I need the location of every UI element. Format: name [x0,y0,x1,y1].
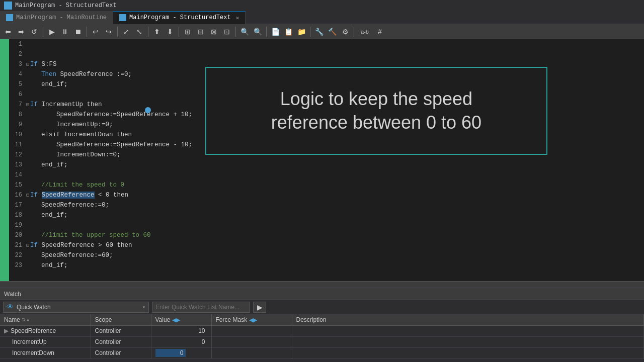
code-line-2: 2 [9,49,644,59]
toolbar-btn-fwd[interactable]: ➡ [15,26,27,38]
collapse-icon-21[interactable]: ⊟ [26,243,29,248]
toolbar-btn-back[interactable]: ⬅ [2,26,14,38]
tab-icon-1 [6,14,13,21]
code-editor[interactable]: 1 2 3 ⊟If S:FS 4 Then SpeedReference :=0… [9,39,644,281]
toolbar-btn-hash[interactable]: # [374,26,386,38]
annotation-box: Logic to keep the speed reference betwee… [205,67,547,155]
code-line-13: 13 end_if; [9,160,644,170]
gutter [0,39,9,281]
watch-panel-header: Watch [0,288,644,300]
toolbar-btn-zoomin[interactable]: 🔍 [238,26,251,38]
watch-panel: Watch 👁 Quick Watch ▾ ▶ Name⇅▲ Scope [0,287,644,362]
sep-8 [310,27,310,37]
watch-row-2-value[interactable] [151,347,211,358]
toolbar-btn-minus[interactable]: ⊟ [195,26,207,38]
toolbar-btn-copy[interactable]: 📄 [269,26,281,38]
title-text: MainProgram - StructuredText [15,2,117,9]
toolbar-btn-expand[interactable]: ⤢ [120,26,132,38]
watch-panel-title: Watch [4,291,21,298]
code-line-16: 16 ⊟If SpeedReference < 0 then [9,190,644,200]
sep-1 [43,27,43,37]
toolbar-btn-dot[interactable]: ⊡ [221,26,233,38]
toolbar-btn-collapse[interactable]: ⤡ [133,26,145,38]
tab-label-2: MainProgram - StructuredText [129,14,231,21]
main-editor-area: 1 2 3 ⊟If S:FS 4 Then SpeedReference :=0… [0,39,644,281]
col-force-mask: Force Mask ◀▶ [211,314,292,325]
code-line-23: 23 end_if; [9,260,644,270]
toolbar-btn-run[interactable]: ▶ [46,26,58,38]
tab-close-btn[interactable]: ✕ [236,15,239,21]
watch-row-0-desc [292,325,644,336]
watch-name-input[interactable] [152,302,250,313]
watch-table: Name⇅▲ Scope Value ◀▶ Force Mask ◀▶ Desc [0,314,644,362]
code-line-22: 22 SpeedReference:=60; [9,250,644,260]
watch-row-0-force [211,325,292,336]
toolbar-btn-grid[interactable]: ⊞ [182,26,194,38]
code-line-20: 20 //limit the upper speed to 60 [9,230,644,240]
toolbar-btn-paste[interactable]: 📋 [282,26,294,38]
col-force-arrow: ◀▶ [249,317,257,323]
toolbar-btn-undo[interactable]: ↩ [90,26,102,38]
watch-row-2: IncrementDown Controller [0,347,644,358]
sep-6 [235,27,236,37]
toolbar-btn-refresh[interactable]: ↺ [28,26,40,38]
watch-row-1-scope: Controller [91,336,151,347]
expand-icon-0[interactable]: ▶ [4,327,9,334]
watch-row-0-value: 10 [151,325,211,336]
sep-4 [148,27,148,37]
col-value: Value ◀▶ [151,314,211,325]
tab-icon-2 [119,14,126,21]
collapse-icon-16[interactable]: ⊟ [26,193,29,198]
watch-row-1-value: 0 [151,336,211,347]
watch-row-2-value-input[interactable] [155,349,186,357]
toolbar-btn-wrench[interactable]: 🔧 [313,26,325,38]
code-line-17: 17 SpeedReference:=0; [9,200,644,210]
tab-structured-text[interactable]: MainProgram - StructuredText ✕ [113,11,246,24]
code-line-15: 15 //Limit the speed to 0 [9,180,644,190]
toolbar-btn-hammer[interactable]: 🔨 [326,26,338,38]
watch-row-2-force [211,347,292,358]
tab-main-routine[interactable]: MainProgram - MainRoutine [0,11,113,24]
watch-go-icon: ▶ [257,303,263,311]
watch-dropdown-label: Quick Watch [17,304,139,311]
watch-row-0: ▶SpeedReference Controller 10 [0,325,644,336]
toolbar-btn-zoomout[interactable]: 🔍 [252,26,264,38]
col-value-arrow: ◀▶ [172,317,180,323]
sep-9 [354,27,354,37]
sep-7 [266,27,267,37]
code-line-21: 21 ⊟If SpeedReference > 60 then [9,240,644,250]
watch-row-0-scope: Controller [91,325,151,336]
toolbar-btn-pause[interactable]: ⏸ [59,26,71,38]
toolbar-btn-ab[interactable]: a-b [357,26,373,38]
sep-3 [117,27,118,37]
toolbar-btn-down[interactable]: ⬇ [164,26,176,38]
watch-row-2-scope: Controller [91,347,151,358]
toolbar-btn-up[interactable]: ⬆ [151,26,163,38]
toolbar-btn-open[interactable]: 📁 [295,26,307,38]
watch-row-1-name: IncrementUp [0,336,91,347]
toolbar-btn-redo[interactable]: ↪ [103,26,115,38]
watch-row-1: IncrementUp Controller 0 [0,336,644,347]
sep-5 [179,27,179,37]
watch-go-button[interactable]: ▶ [253,302,266,313]
sort-icon-name[interactable]: ⇅▲ [22,317,30,322]
code-line-18: 18 end_if; [9,210,644,220]
collapse-icon-7[interactable]: ⊟ [26,102,29,108]
watch-dropdown[interactable]: 👁 Quick Watch ▾ [3,302,149,313]
toolbar-btn-stop[interactable]: ⏹ [72,26,84,38]
watch-row-1-desc [292,336,644,347]
code-line-19: 19 [9,220,644,230]
collapse-icon-3[interactable]: ⊟ [26,62,29,67]
toolbar-btn-gear[interactable]: ⚙ [339,26,351,38]
watch-dropdown-arrow: ▾ [142,304,145,310]
tab-label-1: MainProgram - MainRoutine [16,14,107,21]
cursor-dot [145,107,151,113]
tab-bar: MainProgram - MainRoutine MainProgram - … [0,11,644,24]
toolbar-btn-x[interactable]: ⊠ [208,26,220,38]
col-name: Name⇅▲ [0,314,91,325]
toolbar: ⬅ ➡ ↺ ▶ ⏸ ⏹ ↩ ↪ ⤢ ⤡ ⬆ ⬇ ⊞ ⊟ ⊠ ⊡ 🔍 🔍 📄 📋 … [0,24,644,39]
watch-toolbar: 👁 Quick Watch ▾ ▶ [0,300,644,314]
col-description: Description [292,314,644,325]
gutter-active-region [0,39,9,281]
horizontal-scrollbar[interactable] [0,281,644,287]
